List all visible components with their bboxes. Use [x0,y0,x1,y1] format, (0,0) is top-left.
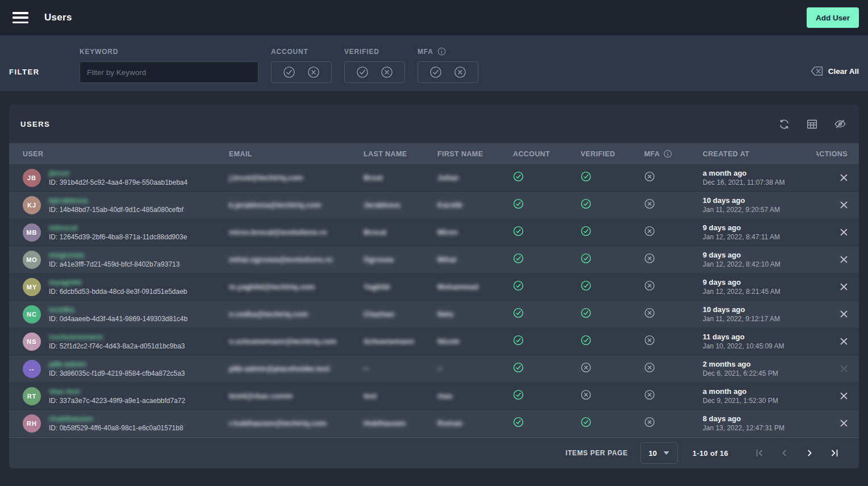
delete-user-button[interactable] [839,255,849,264]
actions-cell [816,173,859,182]
user-cell: NS nschuenemann ID: 52f1d2c2-f74c-4d43-8… [9,333,229,351]
users-panel-title: USERS [20,120,50,128]
eye-off-icon[interactable] [833,117,848,131]
items-per-page-value: 10 [649,449,657,458]
username-link[interactable]: rhublhausen [49,414,93,423]
col-actions: ACTIONS [816,150,859,158]
username-link[interactable]: mbrocal [49,223,78,232]
menu-icon[interactable] [12,12,28,23]
first-name-cell: Miron [437,228,513,236]
first-page-icon[interactable] [751,446,768,460]
col-mfa: MFA [644,149,703,158]
user-id: ID: 0d4aaeeb-4d3f-4a41-9869-149303d81c4b [49,315,187,323]
email-cell: mihai.ogrosea@evolutions.ro [229,255,364,264]
col-mfa-label: MFA [644,150,660,158]
verified-status-icon [581,362,644,375]
delete-user-button[interactable] [839,391,849,401]
created-date: Dec 9, 2021, 1:52:30 PM [703,397,816,405]
avatar: RH [23,414,41,433]
first-name-cell: -- [437,364,513,373]
users-panel-header: USERS [9,105,859,143]
mfa-filter-check-icon[interactable] [428,65,443,80]
created-at-cell: 10 days ago Jan 11, 2022, 9:12:17 AM [703,305,816,323]
username-link[interactable]: mogrosea [49,251,84,259]
user-id: ID: 12645d39-2bf6-4ba8-871a-11dc88dd903e [49,233,187,241]
user-cell: RH rhublhausen ID: 0b58f529-4ff6-40a8-98… [9,414,229,433]
users-panel: USERS [9,105,859,468]
account-status-icon [513,226,581,239]
user-id: ID: 3d86035c-f1d9-4219-8584-cfb4a872c5a3 [49,369,185,377]
verified-status-icon [581,171,644,184]
col-verified: VERIFIED [581,150,644,158]
pagination-bar: ITEMS PER PAGE 10 1-10 of 16 [9,437,859,468]
delete-user-button[interactable] [839,227,849,237]
delete-user-button[interactable] [839,173,849,182]
col-created-at: CREATED AT [703,150,816,158]
first-name-cell: Roman [437,419,513,427]
user-cell: RT rbac-test ID: 337a3e7c-4223-49f9-a9e1… [9,387,229,405]
delete-user-button[interactable] [839,418,849,428]
username-link[interactable]: p8b-admin [49,360,86,368]
first-name-cell: Nicole [437,337,513,346]
created-relative: 8 days ago [703,414,816,423]
user-cell: NC ncedka ID: 0d4aaeeb-4d3f-4a41-9869-14… [9,305,229,323]
last-name-cell: Hublhausen [364,419,437,427]
account-filter-cross-icon[interactable] [306,65,321,80]
mfa-status-icon [644,417,703,430]
delete-user-button[interactable] [839,337,849,346]
mfa-filter-cross-icon[interactable] [453,65,468,80]
account-filter-check-icon[interactable] [282,65,297,80]
username-link[interactable]: jbrust [49,169,69,177]
add-user-button[interactable]: Add User [807,7,859,28]
mfa-status-icon [644,280,703,293]
delete-user-button[interactable] [839,282,849,292]
keyword-filter-input[interactable] [80,61,258,83]
delete-user-button[interactable] [839,309,849,319]
table-columns-icon[interactable] [805,117,819,131]
created-date: Dec 6, 2021, 6:22:45 PM [703,369,816,377]
created-date: Jan 13, 2022, 12:47:31 PM [703,424,816,432]
account-status-icon [513,308,581,321]
verified-status-icon [581,253,644,266]
email-cell: p8b-admin@placeholder.test [229,364,364,373]
items-per-page-label: ITEMS PER PAGE [565,449,628,457]
col-first-name: FIRST NAME [437,150,513,158]
actions-cell [816,418,859,428]
username-link[interactable]: rbac-test [49,387,80,396]
first-name-cell: Mihai [437,255,513,264]
refresh-icon[interactable] [777,117,791,131]
verified-filter-group: VERIFIED [344,48,405,83]
verified-status-icon [581,389,644,402]
table-row: KJ kjerabkova ID: 14b48bd7-15ab-40df-9d1… [9,192,859,219]
last-name-cell: Ogrosea [364,255,437,264]
info-icon[interactable] [437,47,446,56]
account-status-icon [513,417,581,430]
last-name-cell: test [364,392,437,400]
delete-user-button[interactable] [839,200,849,210]
username-link[interactable]: ncedka [49,305,74,314]
avatar: -- [23,360,41,378]
next-page-icon[interactable] [801,446,818,460]
first-name-cell: rbac [437,392,513,400]
account-status-icon [513,280,581,293]
username-link[interactable]: nschuenemann [49,333,103,341]
account-status-icon [513,389,581,402]
clear-all-button[interactable]: Clear All [811,66,859,76]
account-status-icon [513,198,581,211]
last-page-icon[interactable] [826,446,843,460]
info-icon[interactable] [663,149,672,158]
account-status-icon [513,335,581,348]
delete-user-button[interactable] [839,364,849,373]
avatar: MY [23,278,41,296]
username-link[interactable]: myaghlid [49,278,81,286]
prev-page-icon[interactable] [776,446,793,460]
col-user: USER [9,150,229,158]
verified-filter-cross-icon[interactable] [379,65,394,80]
mfa-status-icon [644,198,703,211]
actions-cell [816,200,859,210]
account-filter-label: ACCOUNT [271,48,332,56]
username-link[interactable]: kjerabkova [49,196,87,205]
items-per-page-select[interactable]: 10 [640,442,678,464]
verified-filter-check-icon[interactable] [355,65,370,80]
avatar: JB [23,169,41,187]
